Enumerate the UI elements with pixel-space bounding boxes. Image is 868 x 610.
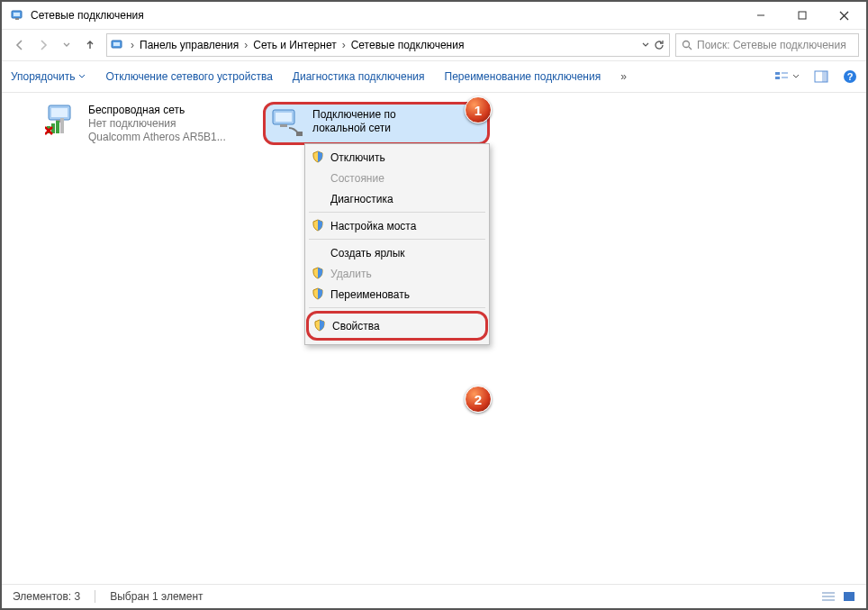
crumb-network-internet[interactable]: Сеть и Интернет [253,39,336,51]
large-icons-view-icon[interactable] [843,591,855,602]
window-title: Сетевые подключения [31,9,144,22]
connection-lan-text: Подключение по локальной сети [312,108,396,135]
crumb-network-connections[interactable]: Сетевые подключения [351,39,465,51]
menu-status: Состояние [307,168,487,188]
chevron-right-icon: › [129,39,136,51]
close-button[interactable] [823,2,864,29]
shield-icon [312,219,324,232]
context-menu: Отключить Состояние Диагностика Настройк… [304,143,490,345]
menu-rename[interactable]: Переименовать [307,284,487,305]
wifi-status: Нет подключения [88,117,226,131]
history-dropdown-icon[interactable] [640,40,651,50]
svg-rect-12 [775,77,780,79]
refresh-icon[interactable] [653,39,665,51]
breadcrumb[interactable]: › Панель управления › Сеть и Интернет › … [106,33,670,57]
wifi-icon [45,104,81,134]
svg-rect-1 [14,13,20,16]
app-icon [11,8,25,23]
svg-rect-8 [113,42,120,46]
titlebar: Сетевые подключения [2,2,866,30]
status-divider [95,590,95,603]
menu-delete: Удалить [307,263,487,284]
address-bar: › Панель управления › Сеть и Интернет › … [2,30,866,61]
svg-rect-33 [844,592,854,601]
chevron-right-icon: › [340,39,348,51]
organize-menu[interactable]: Упорядочить [11,70,86,83]
shield-icon [313,319,326,332]
shield-icon [312,267,324,279]
annotation-badge-2: 2 [465,386,492,413]
status-count: Элементов: 3 [13,590,80,603]
annotation-highlight-2: Свойства [306,311,488,341]
window: Сетевые подключения › Панель управления … [0,0,868,610]
annotation-badge-1: 1 [465,96,492,123]
svg-rect-24 [56,121,59,133]
status-bar: Элементов: 3 Выбран 1 элемент [2,584,866,608]
crumb-control-panel[interactable]: Панель управления [140,39,239,51]
svg-rect-16 [822,71,827,82]
minimize-button[interactable] [740,2,782,29]
menu-shortcut[interactable]: Создать ярлык [307,242,487,263]
back-button[interactable] [9,34,31,56]
svg-rect-20 [51,108,68,117]
status-selected: Выбран 1 элемент [110,590,203,603]
help-button[interactable]: ? [843,69,857,84]
content-area[interactable]: Беспроводная сеть Нет подключения Qualco… [2,93,866,581]
chevron-right-icon: › [242,39,249,51]
lan-name-line2: локальной сети [312,122,396,135]
lan-name-line1: Подключение по [312,108,396,122]
lan-icon [269,108,305,139]
shield-icon [312,150,324,163]
recent-dropdown[interactable] [56,34,77,56]
menu-diagnostics[interactable]: Диагностика [307,188,487,209]
menu-properties[interactable]: Свойства [309,315,485,336]
more-commands-icon[interactable]: » [620,70,627,83]
menu-disable[interactable]: Отключить [307,147,487,168]
folder-icon [111,38,125,52]
wifi-device: Qualcomm Atheros AR5B1... [88,131,226,144]
details-view-icon[interactable] [821,591,836,602]
svg-rect-29 [296,132,303,136]
up-button[interactable] [79,34,101,56]
view-options-button[interactable] [774,70,800,83]
svg-text:?: ? [847,71,854,82]
preview-pane-button[interactable] [814,70,828,83]
search-input[interactable]: Поиск: Сетевые подключения [675,33,859,57]
svg-rect-27 [276,113,292,122]
svg-point-9 [683,41,690,47]
svg-rect-4 [799,12,806,19]
command-bar: Упорядочить Отключение сетевого устройст… [2,61,866,93]
nav-buttons [9,34,101,56]
search-icon [682,40,693,51]
connection-wifi-text: Беспроводная сеть Нет подключения Qualco… [88,104,226,144]
forward-button[interactable] [32,34,54,56]
svg-rect-28 [280,124,287,127]
wifi-name: Беспроводная сеть [88,104,226,117]
rename-connection-button[interactable]: Переименование подключения [445,70,601,83]
connection-wifi[interactable]: Беспроводная сеть Нет подключения Qualco… [45,104,252,144]
diagnose-connection-button[interactable]: Диагностика подключения [293,70,425,83]
connection-lan[interactable]: Подключение по локальной сети [263,102,490,145]
menu-bridge[interactable]: Настройка моста [307,215,487,236]
svg-rect-2 [15,18,19,20]
maximize-button[interactable] [782,2,823,29]
shield-icon [312,287,324,300]
svg-line-10 [689,47,692,50]
disable-device-button[interactable]: Отключение сетевого устройства [105,70,272,83]
svg-rect-11 [775,72,780,75]
svg-rect-25 [60,118,64,133]
search-placeholder: Поиск: Сетевые подключения [697,39,846,51]
